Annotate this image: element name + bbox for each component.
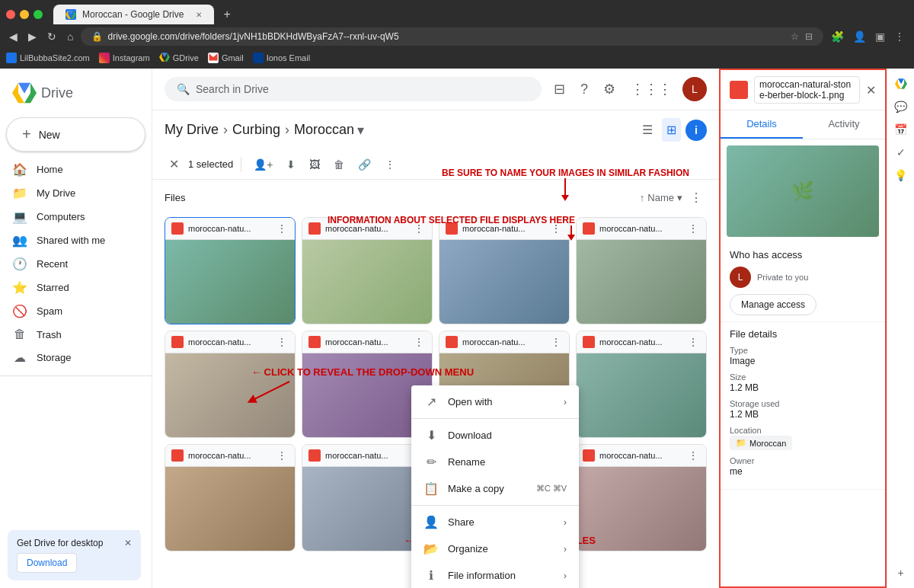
sidebar-item-shared[interactable]: 👥 Shared with me	[0, 228, 145, 252]
keep-icon-right[interactable]: 💡	[892, 166, 910, 184]
apps-button[interactable]: ⋮⋮⋮	[626, 76, 676, 102]
chat-icon-right[interactable]: 💬	[892, 97, 910, 116]
sidebar-item-trash[interactable]: 🗑 Trash	[0, 323, 145, 346]
tab-close-button[interactable]: ✕	[196, 11, 202, 19]
support-button[interactable]: ?	[576, 77, 593, 102]
menu-item-rename[interactable]: ✏ Rename	[411, 449, 579, 475]
location-tag[interactable]: 📁 Moroccan	[730, 436, 792, 450]
menu-item-organize[interactable]: 📂 Organize ›	[411, 535, 579, 562]
profile-button[interactable]: 👤	[850, 27, 869, 46]
menu-item-download[interactable]: ⬇ Download	[411, 422, 579, 449]
minimize-dot[interactable]	[20, 10, 29, 19]
sidebar-item-my-drive[interactable]: 📁 My Drive	[0, 181, 145, 205]
file-thumb-3	[439, 240, 569, 324]
settings-button[interactable]: ⚙	[599, 76, 620, 102]
adjust-icon[interactable]: ⊟	[805, 31, 813, 42]
avatar[interactable]: L	[682, 77, 707, 101]
sort-button[interactable]: ↑ Name ▾	[640, 192, 682, 203]
file-menu-2[interactable]: ⋮	[412, 222, 426, 235]
menu-item-copy[interactable]: 📋 Make a copy ⌘C ⌘V	[411, 475, 579, 502]
drive-logo[interactable]: Drive	[12, 81, 73, 105]
active-tab[interactable]: Moroccan - Google Drive ✕	[53, 5, 214, 24]
sidebar-item-spam[interactable]: 🚫 Spam	[0, 299, 145, 323]
file-card-1[interactable]: moroccan-natu... ⋮	[165, 217, 296, 324]
tab-activity[interactable]: Activity	[803, 110, 885, 139]
file-card-12[interactable]: moroccan-natu... ⋮	[576, 444, 707, 551]
sidebar-item-recent[interactable]: 🕐 Recent	[0, 252, 145, 276]
file-card-5[interactable]: moroccan-natu... ⋮	[165, 331, 296, 438]
tab-details[interactable]: Details	[721, 110, 803, 139]
reload-button[interactable]: ↻	[44, 27, 59, 46]
add-icon-right[interactable]: +	[892, 564, 910, 582]
address-bar[interactable]: 🔒 drive.google.com/drive/folders/1jvNH1b…	[81, 27, 823, 46]
bookmark-icon[interactable]: ☆	[791, 31, 799, 42]
file-menu-6[interactable]: ⋮	[412, 336, 426, 348]
right-panel: moroccan-natural-stone-berber-block-1.pn…	[719, 69, 887, 588]
file-card-8[interactable]: moroccan-natu... ⋮	[576, 331, 707, 438]
bookmark-instagram[interactable]: Instagram	[99, 53, 150, 63]
new-button[interactable]: + New	[6, 117, 145, 152]
breadcrumb-mydrive[interactable]: My Drive	[165, 122, 219, 138]
menu-item-share[interactable]: 👤 Share ›	[411, 509, 579, 535]
breadcrumb-curbing[interactable]: Curbing	[232, 122, 280, 138]
file-card-4[interactable]: moroccan-natu... ⋮	[576, 217, 707, 324]
panel-close-button[interactable]: ✕	[866, 83, 876, 97]
menu-item-copy-label: Make a copy	[448, 483, 504, 494]
share-button[interactable]: 👤+	[249, 154, 277, 175]
new-tab-button[interactable]: +	[217, 5, 236, 24]
bookmark-gmail[interactable]: Gmail	[208, 53, 244, 63]
file-menu-7[interactable]: ⋮	[549, 336, 563, 348]
file-menu-4[interactable]: ⋮	[686, 222, 700, 235]
info-button[interactable]: i	[686, 120, 707, 141]
files-header: Files ↑ Name ▾ ⋮	[165, 186, 707, 209]
calendar-icon-right[interactable]: 📅	[892, 120, 910, 139]
file-menu-5[interactable]: ⋮	[275, 336, 289, 348]
close-dot[interactable]	[6, 10, 15, 19]
maximize-dot[interactable]	[34, 10, 43, 19]
download-desktop-button[interactable]: Download	[17, 553, 77, 573]
menu-item-open-with[interactable]: ↗ Open with ›	[411, 388, 579, 415]
file-menu-9[interactable]: ⋮	[275, 449, 289, 462]
files-more-button[interactable]: ⋮	[686, 186, 707, 209]
notification-close-button[interactable]: ✕	[124, 538, 132, 548]
filter-button[interactable]: ⊟	[549, 76, 570, 102]
list-view-button[interactable]: ☰	[638, 118, 657, 142]
owner-value: me	[730, 466, 876, 477]
file-menu-12[interactable]: ⋮	[686, 449, 700, 462]
grid-view-button[interactable]: ⊞	[662, 118, 681, 142]
sidebar-item-computers[interactable]: 💻 Computers	[0, 205, 145, 228]
tasks-icon-right[interactable]: ✓	[892, 143, 910, 161]
menu-item-file-information[interactable]: ℹ File information ›	[411, 562, 579, 588]
menu-divider-1	[411, 418, 579, 419]
manage-access-button[interactable]: Manage access	[730, 294, 817, 315]
home-icon: 🏠	[12, 162, 27, 177]
sidebar-toggle[interactable]: ▣	[872, 27, 888, 46]
file-menu-3[interactable]: ⋮	[549, 222, 563, 235]
bookmark-site[interactable]: LilBubbaSite2.com	[6, 53, 90, 63]
bookmark-ionos[interactable]: Ionos Email	[253, 53, 310, 63]
file-menu-8[interactable]: ⋮	[686, 336, 700, 348]
back-button[interactable]: ◀	[6, 27, 21, 46]
menu-button[interactable]: ⋮	[891, 27, 908, 46]
forward-button[interactable]: ▶	[25, 27, 40, 46]
preview-button[interactable]: 🖼	[305, 154, 324, 175]
search-box[interactable]: 🔍 Search in Drive	[165, 77, 542, 101]
sidebar-item-starred[interactable]: ⭐ Starred	[0, 276, 145, 299]
more-button[interactable]: ⋮	[380, 154, 400, 175]
drive-icon-right[interactable]	[892, 75, 910, 93]
deselect-button[interactable]: ✕	[165, 152, 184, 176]
download-button[interactable]: ⬇	[282, 154, 300, 175]
file-card-2[interactable]: moroccan-natu... ⋮	[302, 217, 433, 324]
home-button[interactable]: ⌂	[64, 27, 76, 46]
file-card-9[interactable]: moroccan-natu... ⋮	[165, 444, 296, 551]
folder-icon: 📁	[736, 438, 746, 448]
extensions-button[interactable]: 🧩	[828, 27, 847, 46]
breadcrumb-dropdown-arrow[interactable]: ▾	[357, 122, 364, 139]
bookmark-gdrive[interactable]: GDrive	[159, 52, 199, 64]
sidebar-item-home[interactable]: 🏠 Home	[0, 158, 145, 181]
file-menu-1[interactable]: ⋮	[275, 222, 289, 235]
sidebar-item-storage[interactable]: ☁ Storage	[0, 346, 145, 369]
file-card-3[interactable]: moroccan-natu... ⋮	[439, 217, 570, 324]
delete-button[interactable]: 🗑	[329, 154, 349, 175]
link-button[interactable]: 🔗	[353, 154, 376, 175]
